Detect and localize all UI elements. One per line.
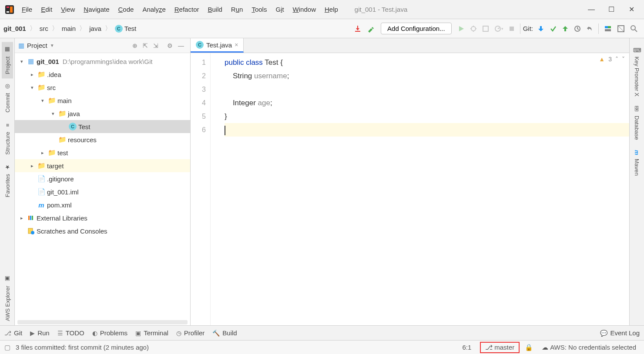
project-icon: ▦ <box>3 46 11 54</box>
update-project-icon[interactable] <box>535 23 547 34</box>
menu-window[interactable]: Window <box>289 4 319 15</box>
coverage-icon[interactable] <box>480 23 492 34</box>
tab-maven[interactable]: mMaven <box>631 144 643 180</box>
tree-arrow-icon[interactable]: ▾ <box>39 98 46 104</box>
prev-highlight-icon[interactable]: ˄ <box>615 56 618 63</box>
menu-analyze[interactable]: Analyze <box>139 4 169 15</box>
tree-item-test[interactable]: ▸📁test <box>15 146 190 159</box>
lock-icon[interactable]: 🔒 <box>525 344 533 351</box>
hide-icon[interactable]: — <box>175 41 187 50</box>
close-tab-icon[interactable]: × <box>235 41 238 48</box>
editor-tab-test[interactable]: C Test.java × <box>191 38 244 53</box>
expand-all-icon[interactable]: ⇱ <box>140 41 151 50</box>
tree-arrow-icon[interactable]: ▸ <box>39 150 46 156</box>
rollback-icon[interactable] <box>584 23 596 34</box>
tab-aws-explorer[interactable]: AWS Explorer▣ <box>2 271 13 325</box>
ide-settings-icon[interactable] <box>601 23 614 34</box>
chevron-down-icon[interactable]: ▾ <box>18 59 25 64</box>
toggle-toolwindows-icon[interactable]: ▢ <box>4 344 10 351</box>
tree-item-git-001-iml[interactable]: 📄git_001.iml <box>15 185 190 198</box>
collapse-all-icon[interactable]: ⇲ <box>151 41 161 50</box>
project-panel-title[interactable]: ▦ Project ▼ <box>18 42 54 50</box>
tab-commit[interactable]: Commit◎ <box>2 78 13 117</box>
profile-icon[interactable]: ▾ <box>492 23 506 34</box>
menu-view[interactable]: View <box>57 4 78 15</box>
menu-file[interactable]: File <box>18 4 36 15</box>
project-panel-header: ▦ Project ▼ ⊕ ⇱ ⇲ ⚙ — <box>15 38 190 53</box>
tree-arrow-icon[interactable]: ▾ <box>50 111 57 117</box>
menu-git[interactable]: Git <box>272 4 287 15</box>
tw-git[interactable]: ⎇Git <box>4 329 22 337</box>
breadcrumb-project[interactable]: git_001 <box>3 25 26 32</box>
svg-rect-3 <box>10 7 13 13</box>
menu-code[interactable]: Code <box>115 4 138 15</box>
tw-problems[interactable]: ◐Problems <box>92 329 127 337</box>
find-icon[interactable] <box>627 23 641 34</box>
tab-favorites[interactable]: Favorites★ <box>2 159 13 201</box>
tab-structure[interactable]: Structure≡ <box>2 117 13 159</box>
minimize-button[interactable]: — <box>581 3 601 17</box>
tab-project[interactable]: Project▦ <box>2 42 13 78</box>
close-button[interactable]: ✕ <box>621 3 641 17</box>
tab-database[interactable]: 🗄Database <box>631 101 643 144</box>
tw-event-log[interactable]: 💬Event Log <box>600 329 640 337</box>
tree-item-resources[interactable]: 📁resources <box>15 133 190 146</box>
menu-tools[interactable]: Tools <box>248 4 270 15</box>
tab-label: Test.java <box>206 41 232 49</box>
select-opened-icon[interactable]: ⊕ <box>130 41 140 50</box>
bottom-tool-bar: ⎇Git ▶Run ☰TODO ◐Problems ▣Terminal ◷Pro… <box>0 325 644 340</box>
git-branch[interactable]: ⎇ master <box>480 342 520 353</box>
aws-status[interactable]: ☁ AWS: No credentials selected <box>538 343 640 352</box>
tree-item-main[interactable]: ▾📁main <box>15 94 190 107</box>
next-highlight-icon[interactable]: ˅ <box>622 56 625 63</box>
breadcrumb-main[interactable]: main <box>62 25 76 32</box>
tree-root[interactable]: ▾ ▦ git_001 D:\programmings\idea work\Gi… <box>15 55 190 68</box>
commit-icon[interactable] <box>547 23 559 34</box>
history-icon[interactable] <box>571 23 584 34</box>
menu-help[interactable]: Help <box>321 4 342 15</box>
breadcrumb-src[interactable]: src <box>40 25 48 32</box>
tab-key-promoter[interactable]: ⌨Key Promoter X <box>631 42 643 101</box>
chevron-right-icon[interactable]: ▸ <box>18 215 25 221</box>
tw-profiler[interactable]: ◷Profiler <box>176 329 205 337</box>
search-everywhere-icon[interactable] <box>614 23 627 34</box>
tw-run[interactable]: ▶Run <box>30 329 50 337</box>
scratches-consoles[interactable]: Scratches and Consoles <box>15 224 190 237</box>
tree-arrow-icon[interactable]: ▾ <box>29 85 36 90</box>
maximize-button[interactable]: ☐ <box>601 3 621 17</box>
install-icon[interactable] <box>351 23 364 34</box>
run-icon[interactable] <box>455 23 467 34</box>
editor-body[interactable]: 123456 public class Test { String userna… <box>191 53 629 325</box>
code-area[interactable]: public class Test { String username; Int… <box>211 53 629 325</box>
menu-build[interactable]: Build <box>204 4 225 15</box>
menu-edit[interactable]: Edit <box>37 4 56 15</box>
breadcrumb-class[interactable]: C Test <box>115 25 137 33</box>
tree-item-test[interactable]: CTest <box>15 120 190 133</box>
tw-todo[interactable]: ☰TODO <box>57 329 84 337</box>
tree-item-target[interactable]: ▸📁target <box>15 159 190 172</box>
tree-item-pom-xml[interactable]: mpom.xml <box>15 198 190 211</box>
stop-icon[interactable] <box>506 24 517 33</box>
gear-icon[interactable]: ⚙ <box>164 41 175 50</box>
breadcrumb-java[interactable]: java <box>89 25 101 32</box>
menu-refactor[interactable]: Refactor <box>171 4 203 15</box>
menu-navigate[interactable]: Navigate <box>80 4 113 15</box>
horizontal-scrollbar[interactable] <box>17 320 188 324</box>
external-libraries[interactable]: ▸ External Libraries <box>15 211 190 224</box>
add-configuration-button[interactable]: Add Configuration... <box>381 23 452 34</box>
tree-item--gitignore[interactable]: 📄.gitignore <box>15 172 190 185</box>
tree-item-src[interactable]: ▾📁src <box>15 81 190 94</box>
project-tree[interactable]: ▾ ▦ git_001 D:\programmings\idea work\Gi… <box>15 53 190 319</box>
cursor-position[interactable]: 6:1 <box>459 343 475 352</box>
tw-terminal[interactable]: ▣Terminal <box>135 329 168 337</box>
menu-run[interactable]: Run <box>228 4 247 15</box>
tree-arrow-icon[interactable]: ▸ <box>29 163 36 169</box>
tree-item-java[interactable]: ▾📁java <box>15 107 190 120</box>
hammer-icon[interactable] <box>364 23 377 34</box>
debug-icon[interactable] <box>467 23 480 34</box>
tw-build[interactable]: 🔨Build <box>212 329 237 337</box>
tree-item--idea[interactable]: ▸📁.idea <box>15 68 190 81</box>
tree-arrow-icon[interactable]: ▸ <box>29 72 36 77</box>
push-icon[interactable] <box>559 23 571 34</box>
inspection-indicators[interactable]: ▲ 3 ˄ ˅ <box>599 56 625 63</box>
